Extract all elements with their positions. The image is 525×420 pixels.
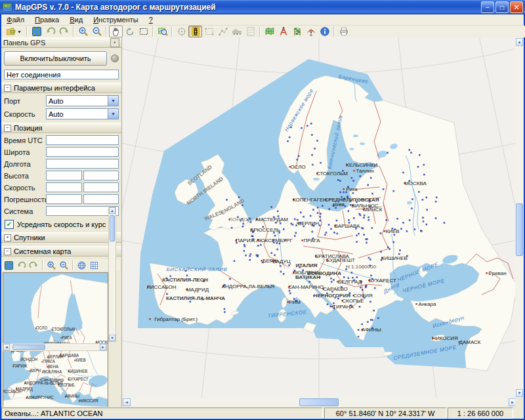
section-system-map-label: Системная карта (14, 247, 71, 255)
open-map-button[interactable]: ▼ (3, 26, 24, 37)
chevron-down-icon[interactable]: ▼ (108, 109, 118, 119)
minimap-city-label: БУХАРЕСТ (68, 377, 89, 381)
collapse-icon[interactable]: − (4, 85, 11, 92)
speed-select[interactable]: Auto▼ (46, 108, 119, 119)
averaging-checkbox[interactable]: ✔ (5, 220, 14, 229)
collapse-icon[interactable]: − (4, 125, 11, 132)
resize-grip[interactable] (514, 408, 524, 419)
minimap-horizontal-scrollbar[interactable]: ◄ ► (3, 343, 107, 351)
port-select[interactable]: Auto▼ (46, 95, 119, 106)
redo-icon (59, 26, 70, 37)
minimap-fit-button[interactable] (3, 260, 15, 271)
menu-item[interactable]: ? (144, 15, 158, 24)
city-label: БЕРЛИН (298, 220, 319, 226)
menu-item[interactable]: Вид (64, 15, 88, 24)
waypoint-tower-button[interactable] (276, 26, 290, 37)
close-button[interactable]: ✕ (510, 1, 523, 13)
minimap-redo-button[interactable] (28, 260, 40, 271)
minimap-undo-button[interactable] (15, 260, 28, 271)
rotate-tool-button[interactable] (123, 26, 136, 37)
section-position[interactable]: − Позиция (1, 123, 121, 133)
region-label: ИТАЛИЯ (295, 262, 317, 268)
traffic-light-button[interactable] (188, 26, 202, 37)
window-title: MapGPS v. 7.0 - Карта автодорог с маршру… (15, 3, 481, 12)
maximize-button[interactable]: □ (495, 1, 509, 13)
field-label: Погрешность (4, 196, 45, 203)
dropdown-caret-icon: ▼ (17, 30, 22, 34)
map-vertical-scrollbar[interactable]: ▲ ▼ (515, 37, 524, 398)
app-icon (2, 2, 12, 12)
info-button[interactable] (318, 26, 331, 37)
fit-map-button[interactable] (30, 26, 43, 37)
section-system-map[interactable]: − Системная карта (1, 246, 121, 257)
city-label: БУХАРЕСТ (369, 278, 396, 284)
minimap-city-label: СКОПЬЕ (58, 382, 74, 387)
undo-button[interactable] (43, 26, 57, 37)
panel-close-button[interactable]: ▪ (110, 38, 119, 47)
map-view-button[interactable] (262, 26, 276, 37)
race-flags-button[interactable] (290, 26, 304, 37)
minimap-zoom-in-button[interactable] (45, 260, 58, 271)
section-interface-label: Параметры интерфейса (14, 84, 95, 92)
search-map-button[interactable] (156, 26, 169, 37)
target-icon (177, 26, 187, 37)
map-canvas[interactable]: ЛОНДОНАМСТЕРДАМБРЮССЕЛЬЛЮКСЕМБУРГПАРИЖОС… (122, 37, 518, 398)
gps-status-led (111, 54, 119, 62)
city-label: КИЕВ (385, 228, 399, 234)
info-icon (320, 26, 330, 37)
minimap-city-label: ПРАГА (43, 359, 55, 364)
pan-tool-button[interactable] (109, 26, 123, 37)
gps-signal-button[interactable] (304, 26, 318, 37)
gps-toggle-button[interactable]: Включить/выключить (4, 51, 107, 66)
route-list-button[interactable] (243, 26, 257, 37)
search-map-icon (158, 26, 168, 37)
minimap-canvas[interactable]: ОСЛОСТОКГОЛЬМРИГАКОПЕНГАГЕНМОСКВАДУБЛИНЛ… (3, 272, 108, 407)
chevron-down-icon[interactable]: ▼ (108, 96, 118, 106)
menu-item[interactable]: Правка (30, 15, 64, 24)
minimap-city-label: АНДОРРА-ла-ВЕЛЬЯ (24, 380, 63, 385)
averaging-checkbox-label: Усреднять скорость и курс (17, 220, 106, 228)
select-area-button[interactable] (136, 26, 150, 37)
position-value-field (46, 171, 82, 180)
minimize-button[interactable]: − (481, 1, 494, 13)
menu-bar: ФайлПравкаВидИнструменты? (1, 14, 524, 26)
map-horizontal-scrollbar[interactable]: ◄ ► (122, 398, 518, 407)
expand-icon[interactable]: + (4, 234, 11, 242)
minimap-city-label: ТУНИС (41, 395, 54, 400)
city-label: ВАДУЦ (272, 259, 290, 264)
region-label: КАСТИЛИЯ-ЛА-МАНЧА (166, 295, 225, 301)
section-satellites[interactable]: + Спутники (1, 232, 121, 243)
minimap-vertical-scrollbar[interactable]: ▲ ▼ (108, 207, 116, 342)
menu-item[interactable]: Файл (1, 15, 30, 24)
section-interface[interactable]: − Параметры интерфейса (1, 83, 121, 93)
select-route-button[interactable] (202, 26, 216, 37)
minimap-city-label: РИГА (62, 335, 72, 340)
minimap-city-label: АЛЖИР (26, 395, 41, 400)
hand-icon (111, 26, 121, 37)
edit-route-button[interactable] (216, 26, 230, 37)
minimap-city-label: НИКОСИЯ (79, 398, 98, 403)
zoom-out-button[interactable] (90, 26, 104, 37)
position-value-field (83, 194, 119, 204)
toolbar-separator (171, 26, 173, 37)
fit-map-icon (4, 261, 14, 270)
minimap-grid-button[interactable] (88, 260, 100, 271)
status-message: Океаны...: ATLANTIC OCEAN (1, 408, 323, 419)
toolbar-separator (26, 26, 28, 37)
toolbar-separator (42, 260, 43, 270)
print-button[interactable] (337, 26, 350, 37)
menu-item[interactable]: Инструменты (88, 15, 144, 24)
zoom-in-button[interactable] (76, 26, 90, 37)
city-label: СТОКГОЛЬМ (316, 171, 348, 177)
car-icon (232, 26, 242, 37)
minimap-globe-button[interactable] (75, 260, 88, 271)
center-position-button[interactable] (175, 26, 188, 37)
grid-icon (89, 261, 99, 270)
minimap-zoom-out-button[interactable] (58, 260, 70, 271)
car-route-button[interactable] (230, 26, 243, 37)
redo-button[interactable] (57, 26, 71, 37)
field-label: Система (4, 207, 45, 215)
field-label: Скорость (4, 184, 45, 192)
collapse-icon[interactable]: − (4, 248, 11, 255)
city-label: ЛОНДОН (229, 217, 252, 222)
